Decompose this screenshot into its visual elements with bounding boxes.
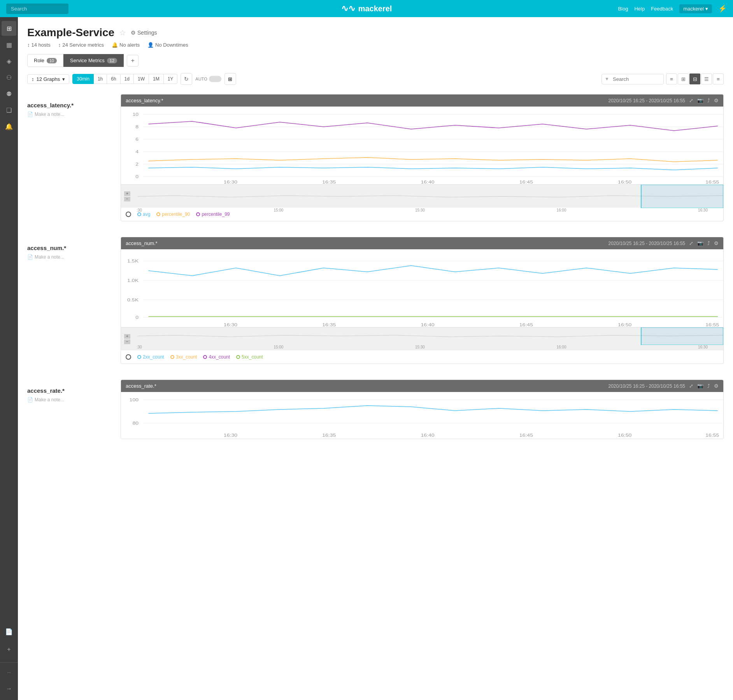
- mini-label-15: 15:00: [274, 208, 283, 212]
- note-link-access-latency[interactable]: 📄 Make a note...: [27, 112, 121, 117]
- settings-icon-3[interactable]: ⚙: [714, 383, 719, 389]
- graph-title-access-latency: access_latency.*: [126, 98, 163, 103]
- user-name: mackerel: [683, 6, 704, 12]
- svg-text:16:55: 16:55: [705, 433, 719, 438]
- chart-svg-access-num: 1.5K 1.0K 0.5K 0 16:30 16:35 16:40 16:45…: [121, 249, 723, 327]
- mini-zoom-in[interactable]: +: [124, 191, 130, 196]
- sidebar-item-more[interactable]: ···: [2, 665, 16, 680]
- tab-role-badge: 10: [47, 58, 57, 63]
- sidebar-item-cube[interactable]: ◈: [2, 54, 16, 68]
- expand-icon-2[interactable]: ⤢: [689, 240, 693, 246]
- star-icon[interactable]: ☆: [119, 28, 126, 37]
- expand-icon[interactable]: ⤢: [689, 98, 693, 103]
- view-list-btn[interactable]: ≡: [666, 74, 677, 84]
- time-1y[interactable]: 1Y: [164, 74, 178, 84]
- note-icon-2: 📄: [27, 254, 33, 260]
- svg-text:0.5K: 0.5K: [127, 298, 139, 302]
- legend-label-2xx: 2xx_count: [143, 354, 164, 360]
- time-6h[interactable]: 6h: [107, 74, 120, 84]
- refresh-button[interactable]: ↻: [181, 73, 192, 85]
- mini-zoom-out[interactable]: −: [124, 197, 130, 201]
- tab-role[interactable]: Role 10: [27, 54, 63, 67]
- sidebar-item-arrow[interactable]: →: [2, 681, 16, 696]
- svg-rect-33: [641, 327, 723, 345]
- share-icon[interactable]: ⤴: [707, 98, 710, 103]
- legend-3xx: 3xx_count: [170, 354, 197, 360]
- graph-container-access-latency: access_latency.* 2020/10/25 16:25 - 2020…: [121, 94, 724, 221]
- record-icon-2[interactable]: [126, 354, 131, 360]
- mini-zoom-out-2[interactable]: −: [124, 340, 130, 344]
- time-1m[interactable]: 1M: [149, 74, 164, 84]
- view-compact-btn[interactable]: ≡: [713, 74, 724, 84]
- mini-nav: + −: [124, 191, 130, 201]
- nav-feedback[interactable]: Feedback: [651, 6, 673, 12]
- time-1d[interactable]: 1d: [121, 74, 134, 84]
- view-grid-sm-btn[interactable]: ⊞: [678, 74, 689, 84]
- config-button[interactable]: ⊞: [224, 73, 236, 85]
- downtimes-icon: 👤: [147, 42, 154, 48]
- user-menu[interactable]: mackerel ▾: [679, 4, 712, 13]
- share-icon-2[interactable]: ⤴: [707, 240, 710, 246]
- legend-dot-3xx: [170, 355, 174, 359]
- sidebar-item-layers[interactable]: ❑: [2, 103, 16, 117]
- graph-label-access-num: access_num.*: [27, 245, 121, 251]
- svg-text:16:50: 16:50: [618, 433, 631, 438]
- settings-icon-2[interactable]: ⚙: [714, 240, 719, 246]
- sidebar-item-people[interactable]: ⚉: [2, 86, 16, 101]
- tabs: Role 10 Service Metrics 12 +: [27, 54, 724, 67]
- camera-icon-2[interactable]: 📷: [697, 240, 703, 246]
- sidebar-item-grid[interactable]: ⊞: [2, 21, 16, 36]
- mini2-label-16: 16:00: [556, 345, 566, 349]
- legend-5xx: 5xx_count: [236, 354, 263, 360]
- svg-text:16:55: 16:55: [705, 180, 719, 184]
- graph-header-right-3: 2020/10/25 16:25 - 2020/10/25 16:55 ⤢ 📷 …: [608, 383, 719, 389]
- graph-area-access-rate: 100 80 16:30 16:35 16:40 16:45 16:50 16:…: [121, 392, 723, 439]
- mini-chart-svg-access-num: [121, 327, 723, 345]
- graphs-select[interactable]: ↕ 12 Graphs ▾: [27, 74, 69, 84]
- nav-help[interactable]: Help: [634, 6, 645, 12]
- time-30min[interactable]: 30min: [72, 74, 94, 84]
- mini-zoom-in-2[interactable]: +: [124, 334, 130, 339]
- mini2-label-1530: 15:30: [415, 345, 425, 349]
- svg-text:16:40: 16:40: [421, 323, 434, 327]
- graph-title-access-num: access_num.*: [126, 240, 158, 246]
- settings-icon[interactable]: ⚙: [714, 98, 719, 103]
- mini2-label-start: :30: [137, 345, 142, 349]
- nav-blog[interactable]: Blog: [618, 6, 628, 12]
- svg-text:16:35: 16:35: [322, 433, 336, 438]
- graph-header-access-rate: access_rate.* 2020/10/25 16:25 - 2020/10…: [121, 380, 723, 392]
- graph-search-input[interactable]: [601, 74, 664, 84]
- settings-link[interactable]: ⚙ Settings: [131, 30, 157, 36]
- time-1h[interactable]: 1h: [94, 74, 107, 84]
- graph-sidebar-access-rate: access_rate.* 📄 Make a note...: [27, 380, 121, 402]
- legend-label-4xx: 4xx_count: [209, 354, 230, 360]
- share-icon-3[interactable]: ⤴: [707, 383, 710, 389]
- graph-area-access-num: 1.5K 1.0K 0.5K 0 16:30 16:35 16:40 16:45…: [121, 249, 723, 327]
- sidebar-item-group[interactable]: ⚇: [2, 70, 16, 85]
- sidebar-item-dashboard[interactable]: ▦: [2, 37, 16, 52]
- svg-text:16:30: 16:30: [224, 180, 237, 184]
- time-1w[interactable]: 1W: [134, 74, 149, 84]
- expand-icon-3[interactable]: ⤢: [689, 383, 693, 389]
- sidebar-item-plus[interactable]: +: [2, 642, 16, 657]
- service-name: Example-Service: [27, 26, 114, 39]
- view-rows-btn[interactable]: ☰: [701, 74, 712, 84]
- meta-metrics: ↕ 24 Service metrics: [58, 42, 104, 48]
- sidebar-item-bell[interactable]: 🔔: [2, 119, 16, 134]
- svg-text:16:30: 16:30: [224, 323, 237, 327]
- tab-add-button[interactable]: +: [127, 55, 139, 66]
- view-grid-lg-btn[interactable]: ⊟: [689, 74, 700, 84]
- mini-label-start: :30: [137, 208, 142, 212]
- camera-icon-3[interactable]: 📷: [697, 383, 703, 389]
- camera-icon[interactable]: 📷: [697, 98, 703, 103]
- nav-left: [6, 4, 68, 14]
- mackerel-icon: ⚡: [718, 4, 727, 13]
- svg-text:16:50: 16:50: [618, 180, 631, 184]
- auto-toggle-switch[interactable]: [209, 76, 221, 82]
- tab-service-metrics[interactable]: Service Metrics 12: [63, 54, 124, 67]
- global-search-input[interactable]: [6, 4, 68, 14]
- note-link-access-num[interactable]: 📄 Make a note...: [27, 254, 121, 260]
- note-link-access-rate[interactable]: 📄 Make a note...: [27, 397, 121, 402]
- sidebar-item-doc[interactable]: 📄: [2, 624, 16, 639]
- time-buttons: 30min 1h 6h 1d 1W 1M 1Y: [72, 74, 177, 84]
